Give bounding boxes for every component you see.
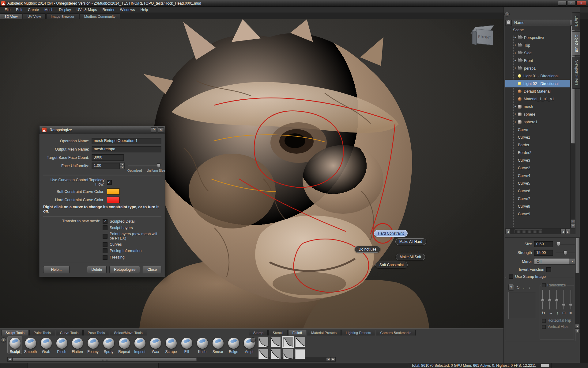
checkbox-curves[interactable]: [103, 242, 107, 247]
scroll-down-button[interactable]: ▼: [571, 224, 575, 228]
output-mesh-name-field[interactable]: mesh-retopo: [92, 146, 161, 152]
context-item-do-not-use[interactable]: Do not use: [355, 246, 380, 253]
tab-falloff[interactable]: Falloff: [288, 330, 306, 335]
menu-edit[interactable]: Edit: [13, 7, 25, 13]
randomize-export-icon[interactable]: ⊡: [562, 311, 566, 315]
tree-item-top[interactable]: +Top: [505, 41, 570, 49]
tool-flatten[interactable]: Flatten: [70, 336, 85, 354]
tree-item-sphere[interactable]: +sphere: [505, 110, 570, 118]
tool-foamy[interactable]: Foamy: [85, 336, 100, 354]
side-tab-object-list[interactable]: Object List: [572, 31, 580, 56]
tree-item-curve8[interactable]: Curve8: [505, 202, 570, 210]
tree-expand-marker[interactable]: +: [514, 67, 518, 70]
strength-slider[interactable]: [556, 250, 575, 256]
side-tab-layers[interactable]: Layers: [572, 12, 580, 30]
soft-constraint-color-swatch[interactable]: [107, 188, 120, 195]
slider-thumb[interactable]: [557, 242, 560, 246]
size-slider[interactable]: [556, 241, 575, 247]
falloff-preset-5[interactable]: [258, 349, 269, 359]
tab-paint-tools[interactable]: Paint Tools: [29, 330, 55, 335]
menu-mesh[interactable]: Mesh: [42, 7, 56, 13]
scroll-left-button[interactable]: ◀: [326, 357, 331, 361]
view-cube[interactable]: FRONT: [472, 24, 497, 49]
tree-item-light-01-directional[interactable]: Light 01 - Directional: [505, 72, 570, 80]
tree-item-light-02-directional[interactable]: Light 02 - Directional: [505, 80, 570, 87]
randomize-slider[interactable]: [564, 290, 564, 309]
tab-3d-view[interactable]: 3D View: [0, 13, 22, 19]
menu-display[interactable]: Display: [56, 7, 74, 13]
close-button[interactable]: Close: [143, 266, 161, 273]
properties-vertical-scrollbar[interactable]: ▲ ▼: [575, 237, 580, 333]
strength-field[interactable]: 15.00: [534, 250, 553, 256]
side-tab-viewport-filters[interactable]: Viewport Filters: [572, 57, 580, 89]
spinner-up-icon[interactable]: ▲: [120, 163, 125, 166]
falloff-preset-1[interactable]: [258, 337, 269, 347]
tree-expand-marker[interactable]: −: [510, 28, 513, 32]
randomize-slider[interactable]: [571, 290, 571, 309]
falloff-preset-6[interactable]: [270, 349, 281, 359]
use-stamp-checkbox[interactable]: [509, 274, 513, 279]
scroll-left-button[interactable]: ◀: [8, 357, 12, 361]
randomize-slider[interactable]: [542, 290, 543, 309]
dialog-title-bar[interactable]: Retopologize ? ×: [40, 126, 165, 134]
scrollbar-thumb[interactable]: [575, 238, 579, 273]
invert-function-checkbox[interactable]: [546, 267, 551, 272]
context-item-make-all-hard[interactable]: Make All Hard: [395, 238, 426, 245]
context-item-soft-constraint[interactable]: Soft Constraint: [375, 262, 408, 268]
name-column-header[interactable]: Name: [511, 20, 570, 26]
falloff-preset-2[interactable]: [270, 337, 281, 347]
randomize-rotate-icon[interactable]: ↻: [542, 311, 545, 315]
scroll-left-button[interactable]: ◀: [505, 229, 510, 234]
size-field[interactable]: 0.69: [534, 241, 553, 247]
mirror-dropdown[interactable]: Off ▼: [534, 258, 575, 265]
tree-item-border2[interactable]: Border2: [505, 149, 570, 156]
randomize-slider[interactable]: [549, 290, 550, 309]
tree-item-curve[interactable]: Curve: [505, 126, 570, 133]
face-uniformity-slider[interactable]: [128, 163, 160, 169]
menu-help[interactable]: Help: [138, 7, 151, 13]
context-item-hard-constraint[interactable]: Hard Constraint: [374, 230, 408, 237]
checkbox-sculpted-detail[interactable]: ✓: [103, 219, 107, 224]
scroll-up-button[interactable]: ▲: [571, 219, 575, 224]
tool-smooth[interactable]: Smooth: [23, 336, 38, 354]
face-uniformity-field[interactable]: 1.00: [92, 163, 120, 169]
rotate-icon[interactable]: ↻: [516, 285, 520, 290]
dialog-help-button[interactable]: ?: [151, 127, 157, 132]
menu-uvs-maps[interactable]: UVs & Maps: [74, 7, 100, 13]
menu-render[interactable]: Render: [100, 7, 117, 13]
tree-item-persp1[interactable]: +persp1: [505, 64, 570, 72]
tool-fill[interactable]: Fill: [179, 336, 194, 354]
tab-select-move-tools[interactable]: Select/Move Tools: [110, 330, 147, 335]
slider-thumb[interactable]: [157, 163, 160, 168]
dropdown-arrow-icon[interactable]: ▼: [569, 259, 575, 264]
tab-stamp[interactable]: Stamp: [249, 330, 268, 335]
scroll-right-button[interactable]: ▶: [331, 357, 335, 361]
tree-item-curve7[interactable]: Curve7: [505, 195, 570, 202]
tab-camera-bookmarks[interactable]: Camera Bookmarks: [376, 330, 416, 335]
tree-item-curve6[interactable]: Curve6: [505, 187, 570, 195]
view-cube-front-face[interactable]: FRONT: [477, 29, 493, 45]
tab-pose-tools[interactable]: Pose Tools: [83, 330, 109, 335]
checkbox-paint-layers-new-mesh-will-be-ptex[interactable]: [103, 234, 107, 239]
tool-imprint[interactable]: Imprint: [132, 336, 147, 354]
tree-expand-marker[interactable]: +: [514, 36, 518, 39]
maximize-button[interactable]: □: [567, 1, 576, 6]
tree-item-curve3[interactable]: Curve3: [505, 156, 570, 164]
stamp-preview-box[interactable]: [508, 292, 536, 319]
hard-constraint-color-swatch[interactable]: [107, 197, 120, 203]
tool-scrape[interactable]: Scrape: [164, 336, 179, 354]
tree-expand-marker[interactable]: +: [514, 120, 518, 124]
tree-expand-marker[interactable]: +: [514, 44, 518, 47]
tree-item-border[interactable]: Border: [505, 141, 570, 149]
tree-expand-marker[interactable]: +: [514, 51, 518, 55]
tree-item-curve4[interactable]: Curve4: [505, 172, 570, 179]
operation-name-field[interactable]: mesh Retopo Operation 1: [92, 138, 161, 144]
tool-grab[interactable]: Grab: [39, 336, 54, 354]
retopologize-button[interactable]: Retopologize: [109, 266, 140, 273]
scrollbar-thumb[interactable]: [13, 358, 197, 361]
slider-thumb[interactable]: [564, 251, 567, 255]
object-list-horizontal-scrollbar[interactable]: ◀ ◀ ▶: [505, 228, 570, 234]
tree-item-front[interactable]: +Front: [505, 57, 570, 64]
tool-repeat[interactable]: Repeat: [117, 336, 132, 354]
tool-knife[interactable]: Knife: [195, 336, 210, 354]
